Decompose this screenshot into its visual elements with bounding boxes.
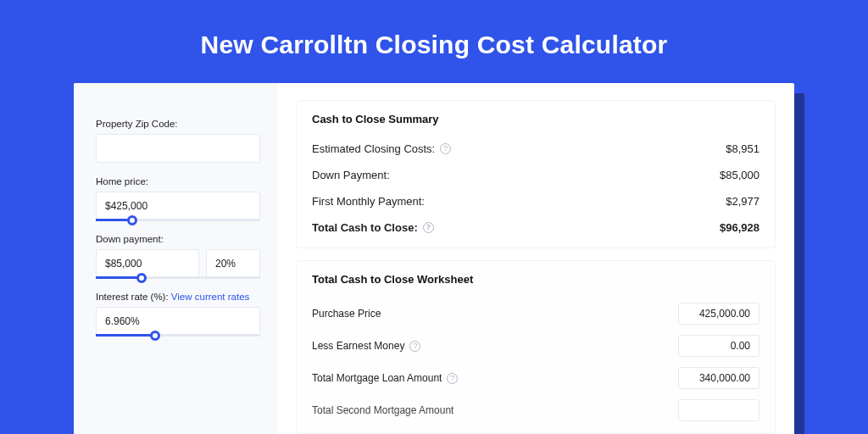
slider-thumb[interactable] — [136, 273, 147, 283]
worksheet-row-label: Total Second Mortgage Amount — [312, 404, 453, 416]
zip-field-group: Property Zip Code: — [96, 119, 260, 163]
interest-label: Interest rate (%): View current rates — [96, 292, 260, 302]
home-price-input[interactable] — [96, 192, 260, 220]
interest-slider[interactable] — [96, 307, 260, 336]
worksheet-row-label: Less Earnest Money? — [312, 340, 420, 352]
worksheet-row-label: Total Mortgage Loan Amount? — [312, 372, 458, 384]
help-icon[interactable]: ? — [447, 373, 458, 384]
down-payment-input[interactable] — [96, 249, 199, 278]
inputs-panel: Property Zip Code: Home price: Down paym… — [74, 83, 277, 434]
summary-row: First Monthly Payment:$2,977 — [312, 188, 760, 214]
summary-row-value: $85,000 — [720, 169, 760, 181]
summary-row-label-text: Estimated Closing Costs: — [312, 142, 435, 155]
down-payment-slider[interactable] — [96, 249, 260, 278]
summary-row-label: Total Cash to Close:? — [312, 221, 434, 234]
down-payment-field-group: Down payment: — [96, 234, 260, 278]
slider-thumb[interactable] — [150, 331, 160, 341]
summary-row-label-text: First Monthly Payment: — [312, 195, 425, 208]
interest-input[interactable] — [96, 307, 260, 336]
worksheet-row-value[interactable]: 425,000.00 — [678, 303, 760, 325]
down-payment-label: Down payment: — [96, 234, 260, 244]
summary-row-value: $8,951 — [726, 142, 760, 155]
interest-label-text: Interest rate (%): — [96, 292, 171, 302]
summary-row-label-text: Total Cash to Close: — [312, 221, 418, 234]
zip-label: Property Zip Code: — [96, 119, 260, 129]
worksheet-row: Purchase Price425,000.00 — [312, 298, 760, 330]
help-icon[interactable]: ? — [440, 143, 451, 154]
slider-fill — [96, 334, 155, 337]
worksheet-row-value[interactable] — [678, 399, 760, 421]
worksheet-row-label-text: Total Mortgage Loan Amount — [312, 372, 442, 384]
home-price-slider[interactable] — [96, 192, 260, 220]
worksheet-row-value[interactable]: 0.00 — [678, 335, 760, 357]
results-panel: Cash to Close Summary Estimated Closing … — [277, 83, 794, 434]
help-icon[interactable]: ? — [409, 341, 420, 352]
worksheet-row-value[interactable]: 340,000.00 — [678, 367, 760, 389]
page-title: New Carrolltn Closing Cost Calculator — [0, 0, 868, 83]
worksheet-row-label: Purchase Price — [312, 308, 381, 320]
summary-row-value: $96,928 — [720, 221, 760, 234]
summary-row: Total Cash to Close:?$96,928 — [312, 214, 760, 241]
worksheet-row-label-text: Total Second Mortgage Amount — [312, 404, 453, 416]
help-icon[interactable]: ? — [423, 222, 434, 233]
worksheet-block: Total Cash to Close Worksheet Purchase P… — [296, 260, 776, 434]
worksheet-title: Total Cash to Close Worksheet — [312, 273, 760, 286]
summary-row-label: First Monthly Payment: — [312, 195, 425, 208]
summary-row-value: $2,977 — [726, 195, 760, 208]
interest-field-group: Interest rate (%): View current rates — [96, 292, 260, 336]
down-payment-pct-input[interactable] — [206, 249, 260, 278]
worksheet-row-label-text: Purchase Price — [312, 308, 381, 320]
worksheet-row-label-text: Less Earnest Money — [312, 340, 404, 352]
calculator-card: Property Zip Code: Home price: Down paym… — [74, 83, 794, 434]
home-price-label: Home price: — [96, 176, 260, 186]
home-price-field-group: Home price: — [96, 176, 260, 220]
slider-thumb[interactable] — [127, 215, 137, 225]
summary-block: Cash to Close Summary Estimated Closing … — [296, 100, 776, 248]
summary-row-label-text: Down Payment: — [312, 169, 390, 181]
summary-row: Estimated Closing Costs:?$8,951 — [312, 136, 760, 162]
current-rates-link[interactable]: View current rates — [171, 292, 249, 302]
slider-fill — [96, 276, 142, 279]
worksheet-row: Less Earnest Money?0.00 — [312, 330, 760, 362]
summary-title: Cash to Close Summary — [312, 113, 760, 125]
summary-row-label: Down Payment: — [312, 169, 390, 181]
zip-input[interactable] — [96, 134, 260, 163]
summary-row: Down Payment:$85,000 — [312, 162, 760, 188]
worksheet-row: Total Mortgage Loan Amount?340,000.00 — [312, 362, 760, 394]
summary-row-label: Estimated Closing Costs:? — [312, 142, 451, 155]
worksheet-row: Total Second Mortgage Amount — [312, 394, 760, 426]
